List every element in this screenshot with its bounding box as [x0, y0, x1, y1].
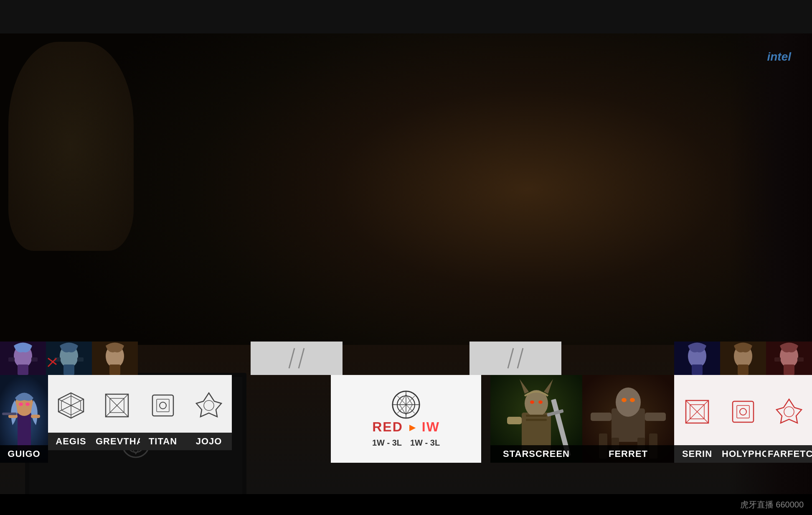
svg-rect-79	[526, 419, 547, 421]
jinx-art-svg	[0, 375, 48, 450]
player-card-grevthar: GREVTHAR	[94, 375, 140, 450]
team-right-name: IW	[422, 419, 440, 435]
right-champ-2-portrait-icon	[720, 342, 766, 375]
player-name-aegis: AEGIS	[48, 433, 94, 450]
serin-rune-icon	[683, 397, 712, 426]
champ-2-portrait-icon	[46, 342, 92, 375]
preselect-champ-3	[92, 342, 138, 375]
bottom-bar: 虎牙直播 660000	[0, 494, 812, 515]
preselect-champ-right-1	[766, 342, 812, 375]
player-card-aegis: AEGIS	[48, 375, 94, 450]
svg-rect-34	[31, 415, 40, 418]
top-bar	[0, 0, 812, 33]
svg-rect-67	[645, 413, 666, 421]
team-right-score: 1W - 3L	[410, 438, 440, 448]
svg-point-48	[204, 400, 214, 410]
svg-rect-75	[507, 417, 522, 424]
player-card-ferret: FERRET	[582, 375, 674, 463]
preselect-dividers-left	[251, 342, 343, 375]
team-left-score: 1W - 3L	[372, 438, 402, 448]
team-vs-row: RED ▶ IW	[372, 419, 440, 435]
titan-rune-icon	[148, 391, 178, 420]
player-card-holyphoenix: HOLYPHOENIX	[720, 375, 766, 463]
player-name-titan: TITAN	[140, 433, 186, 450]
player-name-grevthar: GREVTHAR	[94, 433, 140, 450]
svg-point-47	[160, 402, 166, 409]
svg-rect-29	[18, 413, 31, 450]
preselect-champ-1	[0, 342, 46, 375]
chair-left	[8, 42, 134, 251]
svg-rect-46	[157, 399, 169, 412]
svg-rect-16	[109, 365, 120, 375]
preselect-champ-2	[46, 342, 92, 375]
vs-arrow-icon: ▶	[409, 422, 416, 432]
player-name-farfetch: FARFETCH	[766, 445, 812, 463]
player-name-holyphoenix: HOLYPHOENIX	[720, 445, 766, 463]
preselect-left	[0, 342, 251, 375]
preselect-dividers-right	[469, 342, 561, 375]
divider-line-2	[298, 348, 305, 368]
svg-rect-5	[8, 357, 15, 362]
svg-rect-66	[591, 413, 612, 421]
svg-rect-35	[2, 413, 17, 415]
svg-rect-45	[152, 395, 173, 416]
divider-line-3	[508, 348, 514, 368]
player-card-titan: TITAN	[140, 375, 186, 450]
svg-rect-27	[692, 365, 703, 375]
preselect-bar	[0, 342, 812, 375]
player-name-ferret: FERRET	[582, 445, 674, 463]
stream-info-label: 虎牙直播 660000	[740, 499, 804, 510]
svg-point-31	[19, 403, 23, 406]
preselect-right	[561, 342, 812, 375]
svg-point-68	[622, 398, 627, 402]
player-name-guigo: GUIGO	[0, 445, 48, 463]
intel-logo: intel	[767, 50, 791, 64]
player-card-farfetch: FARFETCH	[766, 375, 812, 463]
champ-3-portrait-icon	[92, 342, 138, 375]
team-left-players: GUIGO AEGIS	[0, 375, 331, 463]
preselect-center-spacer	[343, 342, 469, 375]
svg-point-76	[530, 400, 534, 404]
svg-rect-20	[774, 357, 781, 362]
center-hud: RED ▶ IW 1W - 3L 1W - 3L	[331, 375, 481, 463]
svg-rect-6	[31, 357, 38, 362]
svg-point-51	[784, 407, 794, 417]
preselect-champ-right-2	[720, 342, 766, 375]
lol-worlds-logo-icon	[391, 390, 421, 419]
player-card-jojo: JOJO	[186, 375, 232, 450]
divider-line-4	[517, 348, 524, 368]
svg-point-54	[740, 408, 746, 415]
player-name-jojo: JOJO	[186, 433, 232, 450]
player-name-starscreen: STARSCREEN	[490, 445, 582, 463]
player-info-bar: GUIGO AEGIS	[0, 375, 812, 463]
svg-rect-53	[737, 405, 749, 418]
svg-point-69	[630, 398, 635, 402]
hud-overlay: GUIGO AEGIS	[0, 342, 812, 515]
player-card-serin: SERIN	[674, 375, 720, 463]
right-champ-3-portrait-icon	[674, 342, 720, 375]
right-champ-1-portrait-icon	[766, 342, 812, 375]
player-card-guigo: GUIGO	[0, 375, 48, 463]
svg-rect-21	[797, 357, 804, 362]
farfetch-rune-icon	[774, 397, 804, 426]
preselect-champ-right-3	[674, 342, 720, 375]
team-left-name: RED	[372, 419, 403, 435]
svg-rect-33	[8, 415, 18, 418]
svg-rect-19	[784, 365, 794, 375]
svg-point-32	[25, 403, 30, 406]
player-card-starscreen: STARSCREEN	[490, 375, 582, 463]
svg-rect-24	[738, 365, 749, 375]
jinx-portrait-icon	[0, 342, 46, 375]
svg-rect-52	[733, 401, 754, 422]
divider-line-1	[289, 348, 295, 368]
player-name-serin: SERIN	[674, 445, 720, 463]
svg-point-61	[616, 388, 641, 417]
grevthar-rune-icon	[102, 391, 132, 420]
svg-rect-4	[18, 365, 28, 375]
svg-point-77	[538, 400, 543, 404]
aegis-rune-icon	[56, 391, 86, 420]
svg-rect-11	[77, 357, 84, 362]
team-right-players: FARFETCH HOLYPHOENIX	[481, 375, 812, 463]
jojo-rune-icon	[194, 391, 223, 420]
score-row: 1W - 3L 1W - 3L	[372, 438, 440, 448]
